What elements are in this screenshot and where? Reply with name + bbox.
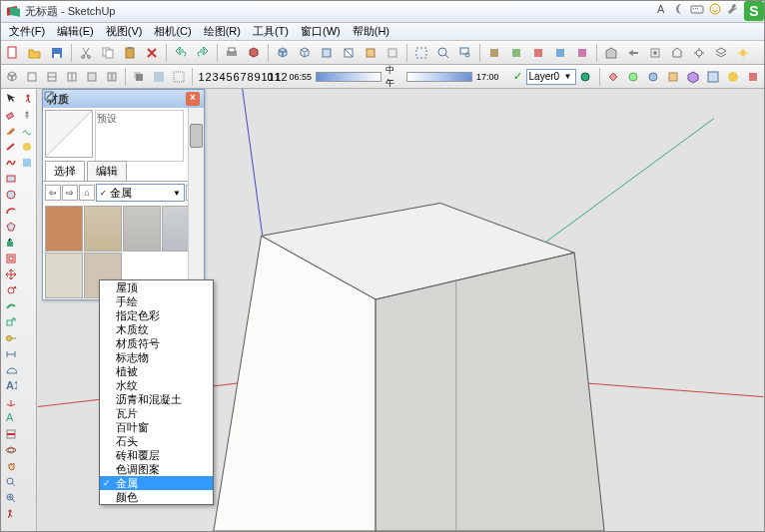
dimension-tool[interactable] bbox=[3, 346, 18, 361]
shadow-button[interactable] bbox=[130, 67, 148, 87]
sel-all-button[interactable] bbox=[411, 43, 431, 63]
redo-button[interactable] bbox=[193, 43, 213, 63]
view-right-button[interactable] bbox=[63, 67, 81, 87]
dd-item[interactable]: 百叶窗 bbox=[100, 420, 213, 434]
zoom-win-button[interactable] bbox=[455, 43, 475, 63]
layer-vis-button[interactable] bbox=[575, 67, 595, 87]
menu-window[interactable]: 窗口(W) bbox=[295, 24, 347, 39]
paste-button[interactable] bbox=[120, 43, 140, 63]
followme-tool[interactable] bbox=[3, 298, 18, 313]
fog-button[interactable] bbox=[150, 67, 168, 87]
eraser-tool[interactable] bbox=[3, 107, 18, 122]
view-top-button[interactable] bbox=[23, 67, 41, 87]
dd-item[interactable]: 材质符号 bbox=[100, 336, 213, 350]
wrench-icon[interactable] bbox=[726, 2, 740, 16]
dd-item[interactable]: 植被 bbox=[100, 364, 213, 378]
sogou-icon[interactable]: S bbox=[744, 1, 764, 21]
dd-item[interactable]: 瓦片 bbox=[100, 406, 213, 420]
dd-item[interactable]: 色调图案 bbox=[100, 462, 213, 476]
wire-button[interactable] bbox=[295, 43, 315, 63]
zoom-tool[interactable] bbox=[3, 474, 18, 489]
dd-item[interactable]: 颜色 bbox=[100, 490, 213, 504]
new-button[interactable] bbox=[3, 43, 23, 63]
arc-tool[interactable] bbox=[3, 203, 18, 218]
scale-tool[interactable] bbox=[3, 314, 18, 329]
dd-item[interactable]: 砖和覆层 bbox=[100, 448, 213, 462]
rotate-tool[interactable] bbox=[3, 282, 18, 297]
smile-icon[interactable] bbox=[708, 2, 722, 16]
ext-button[interactable] bbox=[645, 43, 665, 63]
delete-button[interactable] bbox=[142, 43, 162, 63]
print-button[interactable] bbox=[222, 43, 242, 63]
freehand-tool[interactable] bbox=[3, 155, 18, 170]
dd-item-selected[interactable]: 金属 bbox=[100, 476, 213, 490]
extra8-button[interactable] bbox=[744, 67, 762, 87]
walk-tool[interactable] bbox=[3, 506, 18, 521]
gear-icon[interactable] bbox=[689, 43, 709, 63]
extra5-button[interactable] bbox=[684, 67, 702, 87]
moon-icon[interactable] bbox=[672, 2, 686, 16]
xray-button[interactable] bbox=[170, 67, 188, 87]
circle-tool[interactable] bbox=[3, 187, 18, 202]
menu-help[interactable]: 帮助(H) bbox=[347, 24, 395, 39]
letter-a-icon[interactable]: A bbox=[654, 2, 668, 16]
3dtext-tool[interactable]: A bbox=[3, 410, 18, 425]
zoom-ext-button[interactable] bbox=[433, 43, 453, 63]
comp5-button[interactable] bbox=[572, 43, 592, 63]
menu-edit[interactable]: 编辑(E) bbox=[51, 24, 100, 39]
open-button[interactable] bbox=[25, 43, 45, 63]
zoomext-tool[interactable] bbox=[3, 490, 18, 505]
extra2-button[interactable] bbox=[624, 67, 642, 87]
dd-item[interactable]: 标志物 bbox=[100, 350, 213, 364]
section-tool[interactable] bbox=[3, 426, 18, 441]
dd-item[interactable]: 水纹 bbox=[100, 378, 213, 392]
warehouse-button[interactable] bbox=[601, 43, 621, 63]
lookaround-tool[interactable] bbox=[19, 91, 34, 106]
select-tool[interactable] bbox=[3, 91, 18, 106]
protractor-tool[interactable] bbox=[3, 362, 18, 377]
undo-button[interactable] bbox=[171, 43, 191, 63]
keyboard-icon[interactable] bbox=[690, 2, 704, 16]
push-tool[interactable] bbox=[3, 235, 18, 250]
comp4-button[interactable] bbox=[550, 43, 570, 63]
dd-item[interactable]: 木质纹 bbox=[100, 322, 213, 336]
offset-tool[interactable] bbox=[3, 251, 18, 266]
position-tool[interactable] bbox=[19, 107, 34, 122]
panel-scrollbar[interactable] bbox=[188, 108, 204, 299]
save-button[interactable] bbox=[47, 43, 67, 63]
copy-button[interactable] bbox=[98, 43, 118, 63]
polygon-tool[interactable] bbox=[3, 219, 18, 234]
extra1-button[interactable] bbox=[604, 67, 622, 87]
comp1-button[interactable] bbox=[484, 43, 504, 63]
shaded-button[interactable] bbox=[339, 43, 359, 63]
dd-item[interactable]: 石头 bbox=[100, 434, 213, 448]
text-tool[interactable]: A1 bbox=[3, 378, 18, 393]
layer-check-icon[interactable]: ✓ bbox=[513, 70, 522, 83]
cut-button[interactable] bbox=[76, 43, 96, 63]
plugin2-tool[interactable] bbox=[19, 155, 34, 170]
sandbox-tool[interactable] bbox=[19, 123, 34, 138]
dd-item[interactable]: 指定色彩 bbox=[100, 308, 213, 322]
axes-tool[interactable] bbox=[3, 394, 18, 409]
rect-tool[interactable] bbox=[3, 171, 18, 186]
paint-tool[interactable] bbox=[3, 123, 18, 138]
dd-item[interactable]: 沥青和混凝土 bbox=[100, 392, 213, 406]
viewport-3d[interactable]: 材质 × 预设 选择 编辑 ⇦ ⇨ ⌂ bbox=[37, 89, 764, 531]
layers-icon[interactable] bbox=[711, 43, 731, 63]
comp3-button[interactable] bbox=[528, 43, 548, 63]
texture-button[interactable] bbox=[361, 43, 381, 63]
orbit-tool[interactable] bbox=[3, 442, 18, 457]
view-iso-button[interactable] bbox=[3, 67, 21, 87]
extra7-button[interactable] bbox=[724, 67, 742, 87]
dd-item[interactable]: 手绘 bbox=[100, 294, 213, 308]
share-button[interactable] bbox=[623, 43, 643, 63]
move-tool[interactable] bbox=[3, 266, 18, 281]
line-tool[interactable] bbox=[3, 139, 18, 154]
dd-item[interactable]: 屋顶 bbox=[100, 280, 213, 294]
menu-tools[interactable]: 工具(T) bbox=[247, 24, 295, 39]
tape-tool[interactable] bbox=[3, 330, 18, 345]
home-icon[interactable] bbox=[667, 43, 687, 63]
view-left-button[interactable] bbox=[103, 67, 121, 87]
extra3-button[interactable] bbox=[644, 67, 662, 87]
menu-view[interactable]: 视图(V) bbox=[100, 24, 149, 39]
